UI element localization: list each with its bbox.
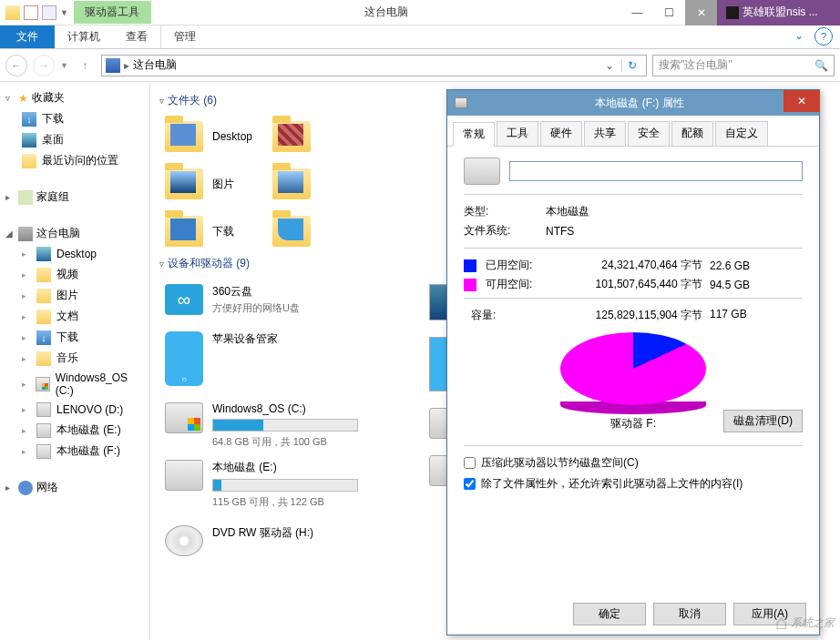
usage-bar xyxy=(212,479,358,492)
ok-button[interactable]: 确定 xyxy=(573,603,646,625)
index-checkbox-row[interactable]: 除了文件属性外，还允许索引此驱动器上文件的内容(I) xyxy=(464,476,803,492)
help-icon[interactable]: ? xyxy=(814,27,833,46)
tree-expand-icon[interactable]: ▸ xyxy=(22,249,31,259)
tree-expand-icon[interactable]: ▸ xyxy=(22,354,31,363)
refresh-icon[interactable]: ↻ xyxy=(621,59,642,72)
used-color-swatch xyxy=(464,259,476,272)
dialog-close-button[interactable]: ✕ xyxy=(784,90,820,112)
tree-expand-icon[interactable]: ▸ xyxy=(22,380,30,389)
folder-icon xyxy=(165,168,203,199)
sidebar-network[interactable]: ▸ 网络 xyxy=(0,477,149,498)
sidebar-item[interactable]: ▸Desktop xyxy=(0,244,149,264)
used-label: 已用空间: xyxy=(486,258,558,273)
tab-view[interactable]: 查看 xyxy=(113,25,160,48)
sidebar-item[interactable]: ▸音乐 xyxy=(0,348,149,369)
tree-expand-icon[interactable]: ▸ xyxy=(22,426,31,435)
address-dropdown-icon[interactable]: ⌄ xyxy=(601,59,618,72)
tree-expand-icon[interactable]: ▸ xyxy=(22,270,31,279)
maximize-button[interactable]: ☐ xyxy=(653,0,685,25)
star-icon: ★ xyxy=(18,92,28,105)
properties-tab[interactable]: 安全 xyxy=(628,121,670,146)
sidebar-item[interactable]: 最近访问的位置 xyxy=(0,150,149,171)
cloud-drive-item[interactable]: ∞ 360云盘 方便好用的网络U盘 xyxy=(159,279,415,320)
item-label: 桌面 xyxy=(42,132,64,147)
sidebar-favorites[interactable]: ▿ ★ 收藏夹 xyxy=(0,87,149,108)
tree-collapse-icon[interactable]: ◢ xyxy=(5,229,15,239)
properties-tab[interactable]: 硬件 xyxy=(540,121,582,146)
item-label: 下载 xyxy=(56,330,78,345)
tree-expand-icon[interactable]: ▸ xyxy=(22,447,31,456)
tab-manage[interactable]: 管理 xyxy=(160,25,209,48)
tree-expand-icon[interactable]: ▸ xyxy=(22,405,31,414)
properties-tab[interactable]: 常规 xyxy=(453,122,495,147)
folder-item[interactable]: 图片 xyxy=(159,163,258,205)
address-bar[interactable]: ▸ 这台电脑 ⌄ ↻ xyxy=(101,55,647,76)
sidebar-item[interactable]: ▸本地磁盘 (E:) xyxy=(0,420,149,441)
drive-item[interactable]: 本地磁盘 (E:) 115 GB 可用 , 共 122 GB xyxy=(159,454,415,514)
properties-tab[interactable]: 共享 xyxy=(584,121,626,146)
back-button[interactable]: ← xyxy=(5,55,27,76)
up-button[interactable]: ↑ xyxy=(74,55,96,76)
sidebar-item[interactable]: ▸图片 xyxy=(0,285,149,306)
new-folder-icon[interactable] xyxy=(42,5,56,20)
forward-button[interactable]: → xyxy=(33,55,55,76)
properties-tab[interactable]: 自定义 xyxy=(715,121,768,146)
tab-computer[interactable]: 计算机 xyxy=(55,25,113,48)
compress-checkbox-row[interactable]: 压缩此驱动器以节约磁盘空间(C) xyxy=(464,455,803,471)
search-placeholder: 搜索"这台电脑" xyxy=(659,57,732,73)
sidebar-item[interactable]: ▸LENOVO (D:) xyxy=(0,400,149,420)
folder-item[interactable] xyxy=(267,163,316,205)
folder-item[interactable]: Desktop xyxy=(159,116,258,157)
ribbon-expand-icon[interactable]: ⌄ xyxy=(787,25,811,48)
close-button[interactable]: ✕ xyxy=(685,0,717,25)
drive-label-input[interactable] xyxy=(509,161,803,181)
search-input[interactable]: 搜索"这台电脑" 🔍 xyxy=(652,55,835,76)
apple-device-item[interactable]: 苹果设备管家 xyxy=(159,326,415,391)
qat-dropdown-icon[interactable]: ▼ xyxy=(60,8,68,17)
drive-item[interactable]: Windows8_OS (C:) 64.8 GB 可用 , 共 100 GB xyxy=(159,397,415,454)
tab-file[interactable]: 文件 xyxy=(0,25,55,48)
disk-cleanup-button[interactable]: 磁盘清理(D) xyxy=(723,410,803,432)
folder-item[interactable] xyxy=(267,116,316,157)
tree-expand-icon[interactable]: ▸ xyxy=(22,291,31,300)
tree-expand-icon[interactable]: ▸ xyxy=(5,192,15,202)
sidebar-item[interactable]: 下载 xyxy=(0,108,149,129)
compress-checkbox[interactable] xyxy=(464,457,476,469)
tree-collapse-icon[interactable]: ▿ xyxy=(5,93,15,103)
network-icon xyxy=(18,481,33,495)
cancel-button[interactable]: 取消 xyxy=(653,603,726,625)
sidebar-item[interactable]: 桌面 xyxy=(0,129,149,150)
sidebar-this-pc[interactable]: ◢ 这台电脑 xyxy=(0,223,149,244)
tree-expand-icon[interactable]: ▸ xyxy=(22,312,31,321)
search-icon: 🔍 xyxy=(814,59,828,72)
history-dropdown-icon[interactable]: ▼ xyxy=(60,61,68,70)
drive-name: Windows8_OS (C:) xyxy=(212,402,358,415)
drive-name: 本地磁盘 (E:) xyxy=(212,460,358,475)
sidebar-item[interactable]: ▸文档 xyxy=(0,306,149,327)
dvd-drive-item[interactable]: DVD RW 驱动器 (H:) xyxy=(159,520,415,562)
properties-icon[interactable] xyxy=(24,5,38,20)
breadcrumb-path[interactable]: 这台电脑 xyxy=(133,57,177,73)
watermark-text: 系统之家 xyxy=(791,615,835,631)
properties-tab[interactable]: 配额 xyxy=(671,121,713,146)
minimize-button[interactable]: — xyxy=(621,0,653,25)
tree-expand-icon[interactable]: ▸ xyxy=(22,333,31,342)
taskbar-item-lol[interactable]: 英雄联盟nsis ... xyxy=(717,0,840,25)
item-icon xyxy=(36,402,51,417)
free-color-swatch xyxy=(464,279,476,291)
index-checkbox[interactable] xyxy=(464,478,476,490)
sidebar-item[interactable]: ▸下载 xyxy=(0,327,149,348)
sidebar-item[interactable]: ▸视频 xyxy=(0,264,149,285)
tree-expand-icon[interactable]: ▸ xyxy=(5,483,15,493)
item-icon xyxy=(36,247,51,261)
sidebar-item[interactable]: ▸Windows8_OS (C:) xyxy=(0,369,149,400)
folder-item[interactable] xyxy=(267,210,316,252)
properties-tab[interactable]: 工具 xyxy=(497,121,538,146)
sidebar-item[interactable]: ▸本地磁盘 (F:) xyxy=(0,441,149,462)
folder-icon xyxy=(165,121,203,152)
capacity-bytes: 125,829,115,904 字节 xyxy=(566,308,702,323)
folder-item[interactable]: 下载 xyxy=(159,210,258,252)
sidebar-homegroup[interactable]: ▸ 家庭组 xyxy=(0,187,149,208)
dialog-titlebar[interactable]: 本地磁盘 (F:) 属性 xyxy=(447,90,819,116)
breadcrumb-separator: ▸ xyxy=(124,59,129,72)
